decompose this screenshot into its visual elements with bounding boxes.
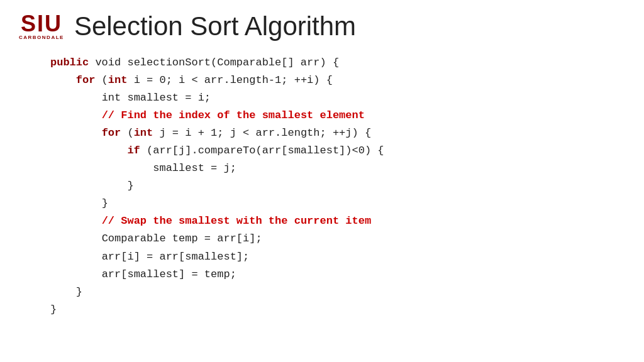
code-block: public void selectionSort(Comparable[] a… bbox=[50, 54, 594, 319]
carbondale-text: CARBONDALE bbox=[19, 35, 64, 40]
siu-logo: SIU CARBONDALE bbox=[19, 13, 64, 40]
siu-text: SIU bbox=[21, 13, 62, 35]
header: SIU CARBONDALE Selection Sort Algorithm bbox=[0, 0, 644, 48]
code-container: public void selectionSort(Comparable[] a… bbox=[0, 48, 644, 331]
page-title: Selection Sort Algorithm bbox=[74, 11, 356, 41]
